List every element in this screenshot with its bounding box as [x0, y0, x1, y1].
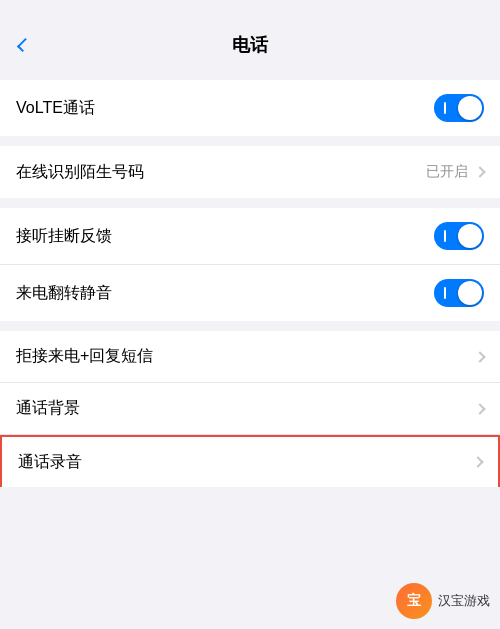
section-volte: VoLTE通话 [0, 80, 500, 136]
page-container: 电话 VoLTE通话 在线识别陌生号码 已开启 [0, 0, 500, 629]
callerid-status: 已开启 [426, 163, 468, 181]
watermark-text: 汉宝游戏 [438, 592, 490, 610]
reject-sms-right [476, 353, 484, 361]
toggle-thumb [458, 224, 482, 248]
toggle-thumb [458, 281, 482, 305]
call-recording-label: 通话录音 [18, 452, 82, 473]
item-volte[interactable]: VoLTE通话 [0, 80, 500, 136]
toggle-line [444, 102, 446, 114]
item-reject-sms[interactable]: 拒接来电+回复短信 [0, 331, 500, 383]
nav-bar: 电话 [0, 20, 500, 70]
flip-label: 来电翻转静音 [16, 283, 112, 304]
hangup-toggle[interactable] [434, 222, 484, 250]
toggle-line [444, 287, 446, 299]
volte-toggle[interactable] [434, 94, 484, 122]
page-title: 电话 [232, 33, 268, 57]
settings-list: VoLTE通话 在线识别陌生号码 已开启 [0, 80, 500, 487]
watermark: 宝 汉宝游戏 [396, 583, 490, 619]
volte-right [434, 94, 484, 122]
call-background-label: 通话背景 [16, 398, 80, 419]
watermark-icon-text: 宝 [407, 592, 421, 610]
call-background-right [476, 405, 484, 413]
item-callerid[interactable]: 在线识别陌生号码 已开启 [0, 146, 500, 198]
callerid-right: 已开启 [426, 163, 484, 181]
item-call-recording[interactable]: 通话录音 [0, 435, 500, 487]
callerid-chevron-icon [474, 166, 485, 177]
section-callerid: 在线识别陌生号码 已开启 [0, 146, 500, 198]
call-background-chevron-icon [474, 403, 485, 414]
back-arrow-icon [16, 35, 28, 55]
call-recording-chevron-icon [472, 456, 483, 467]
flip-toggle[interactable] [434, 279, 484, 307]
reject-sms-label: 拒接来电+回复短信 [16, 346, 153, 367]
callerid-label: 在线识别陌生号码 [16, 162, 144, 183]
hangup-label: 接听挂断反馈 [16, 226, 112, 247]
hangup-right [434, 222, 484, 250]
status-bar [0, 0, 500, 20]
toggle-line [444, 230, 446, 242]
item-hangup-feedback[interactable]: 接听挂断反馈 [0, 208, 500, 265]
reject-sms-chevron-icon [474, 351, 485, 362]
section-feedback: 接听挂断反馈 来电翻转静音 [0, 208, 500, 321]
back-button[interactable] [16, 35, 28, 55]
toggle-thumb [458, 96, 482, 120]
flip-right [434, 279, 484, 307]
volte-label: VoLTE通话 [16, 98, 95, 119]
call-recording-right [474, 458, 482, 466]
item-call-background[interactable]: 通话背景 [0, 383, 500, 435]
item-flip-silent[interactable]: 来电翻转静音 [0, 265, 500, 321]
section-misc: 拒接来电+回复短信 通话背景 通话录音 [0, 331, 500, 487]
watermark-icon: 宝 [396, 583, 432, 619]
